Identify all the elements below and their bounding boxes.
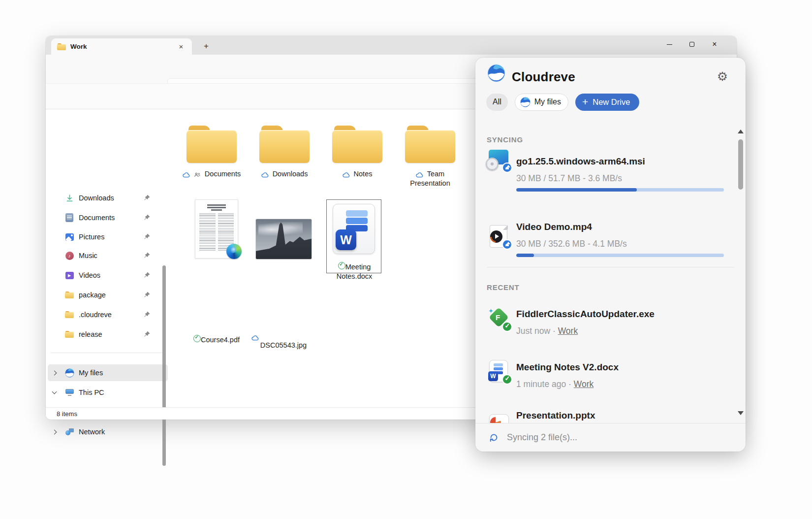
sidebar-item-documents[interactable]: Documents <box>48 209 168 226</box>
recent-item-name[interactable]: Presentation.pptx <box>516 410 595 421</box>
folder-icon <box>187 126 237 163</box>
cloudreve-drive-icon <box>64 368 74 378</box>
filter-chip-all[interactable]: All <box>486 94 508 111</box>
file-item-dsc05543-jpg[interactable] <box>256 219 312 259</box>
progress-bar <box>516 254 724 257</box>
sidebar-item-pictures[interactable]: Pictures <box>48 228 168 245</box>
file-item-meeting-notes-docx-selected[interactable]: Meeting Notes.docx <box>326 199 381 273</box>
sync-item-name[interactable]: Video Demo.mp4 <box>516 222 592 232</box>
network-icon <box>64 427 74 437</box>
settings-gear-icon[interactable]: ⚙ <box>715 69 730 84</box>
pin-icon <box>143 252 150 259</box>
close-button[interactable]: × <box>703 36 726 53</box>
sidebar-item-label: Videos <box>79 271 100 279</box>
recent-item-location-link[interactable]: Work <box>558 326 578 336</box>
sidebar-item-this-pc[interactable]: This PC <box>48 384 168 401</box>
scroll-up-arrow-icon[interactable] <box>738 130 744 133</box>
sidebar-item-package[interactable]: package <box>48 287 168 303</box>
sidebar-scrollbar[interactable] <box>162 265 166 466</box>
word-file-icon <box>487 360 510 383</box>
sync-item-name[interactable]: go1.25.5.windows-arm64.msi <box>516 156 645 167</box>
folder-icon <box>64 329 74 339</box>
folder-item-documents[interactable]: Documents <box>179 126 244 179</box>
pdf-text-line <box>207 207 226 208</box>
separator: · <box>568 379 571 389</box>
drive-filter-chips: All My files + New Drive <box>486 93 639 111</box>
file-label-meeting-notes-docx: Meeting Notes.docx <box>330 262 379 281</box>
sidebar-item-downloads[interactable]: Downloads <box>48 190 168 206</box>
file-label-course4-pdf[interactable]: Course4.pdf <box>185 335 249 345</box>
scroll-down-arrow-icon[interactable] <box>738 411 744 415</box>
minimize-icon <box>667 44 672 45</box>
chip-label: New Drive <box>593 97 630 107</box>
documents-icon <box>64 213 74 223</box>
this-pc-icon <box>64 388 74 397</box>
sidebar-item-cloudreve-folder[interactable]: .cloudreve <box>48 306 168 323</box>
maximize-icon <box>689 42 694 47</box>
desktop: Work × + × ← → ↑ <box>0 0 812 519</box>
tab-work[interactable]: Work × <box>51 38 192 55</box>
sidebar-item-label: Downloads <box>79 194 114 202</box>
folder-name: Downloads <box>273 170 308 178</box>
pin-icon <box>143 331 150 338</box>
sidebar-item-videos[interactable]: ▶ Videos <box>48 267 168 284</box>
panel-scrollbar[interactable] <box>738 139 743 190</box>
cloud-sync-icon <box>261 172 269 178</box>
separator: · <box>553 326 556 336</box>
cloud-sync-icon <box>343 172 350 178</box>
sidebar-item-release[interactable]: release <box>48 326 168 343</box>
folder-item-team-presentation[interactable]: Team Presentation <box>398 126 463 188</box>
sidebar-item-music[interactable]: ♪ Music <box>48 247 168 264</box>
synced-check-icon <box>338 262 345 269</box>
sidebar-divider <box>51 353 164 353</box>
recent-item-time: Just now <box>516 326 550 336</box>
sidebar-item-label: My files <box>79 369 103 377</box>
tab-bar: Work × + × <box>46 36 737 55</box>
cloudreve-logo <box>487 64 505 82</box>
new-tab-button[interactable]: + <box>199 40 213 53</box>
cloudreve-panel: Cloudreve ⚙ All My files + New Drive SYN… <box>475 58 746 452</box>
cloud-sync-icon <box>183 172 190 178</box>
sidebar-item-my-files[interactable]: My files <box>48 364 168 381</box>
powerpoint-file-icon <box>487 414 510 423</box>
downloads-icon <box>64 193 74 203</box>
progress-fill <box>516 254 534 257</box>
new-drive-button[interactable]: + New Drive <box>575 94 639 111</box>
folder-icon <box>64 310 74 320</box>
recent-item-location-link[interactable]: Work <box>574 379 594 389</box>
folder-icon <box>405 126 455 163</box>
sidebar: Downloads Documents Pictures ♪ Music ▶ V… <box>46 109 170 407</box>
sync-item-detail: 30 MB / 51.7 MB - 3.6 MB/s <box>516 173 622 184</box>
expand-chevron-icon[interactable] <box>52 429 57 434</box>
recent-item-name[interactable]: FiddlerClassicAutoUpdater.exe <box>516 309 655 320</box>
music-icon: ♪ <box>64 251 74 260</box>
sidebar-item-network[interactable]: Network <box>48 423 168 440</box>
pin-icon <box>143 311 150 318</box>
panel-list: SYNCING go1.25.5.windows-arm64.msi 30 MB… <box>475 117 746 423</box>
panel-title: Cloudreve <box>512 69 575 85</box>
filter-chip-my-files[interactable]: My files <box>515 94 568 111</box>
tab-close-icon[interactable]: × <box>176 42 186 52</box>
folder-icon <box>64 290 74 300</box>
expand-chevron-icon[interactable] <box>52 370 57 375</box>
folder-name: Documents <box>205 170 241 178</box>
word-w-tile-icon <box>488 371 498 381</box>
folder-item-downloads[interactable]: Downloads <box>252 126 317 179</box>
folder-item-notes[interactable]: Notes <box>325 126 390 179</box>
pin-icon <box>143 292 150 298</box>
minimize-button[interactable] <box>658 36 681 53</box>
pdf-text-line <box>207 204 226 206</box>
fiddler-exe-icon: F✦ <box>487 307 510 330</box>
file-label-dsc05543-jpg[interactable]: DSC05543.jpg <box>251 335 315 350</box>
recent-item-name[interactable]: Meeting Notes V2.docx <box>516 362 619 373</box>
word-document-icon <box>333 204 375 254</box>
file-item-course4-pdf[interactable] <box>195 199 238 259</box>
shared-people-icon <box>194 172 201 178</box>
recent-item-meta: Just now · Work <box>516 326 578 336</box>
cloud-upload-badge-icon <box>502 162 512 173</box>
pin-icon <box>143 272 150 279</box>
maximize-button[interactable] <box>681 36 703 53</box>
collapse-chevron-icon[interactable] <box>52 389 57 394</box>
items-count: 8 items <box>57 410 77 418</box>
sidebar-item-label: Documents <box>79 214 115 222</box>
